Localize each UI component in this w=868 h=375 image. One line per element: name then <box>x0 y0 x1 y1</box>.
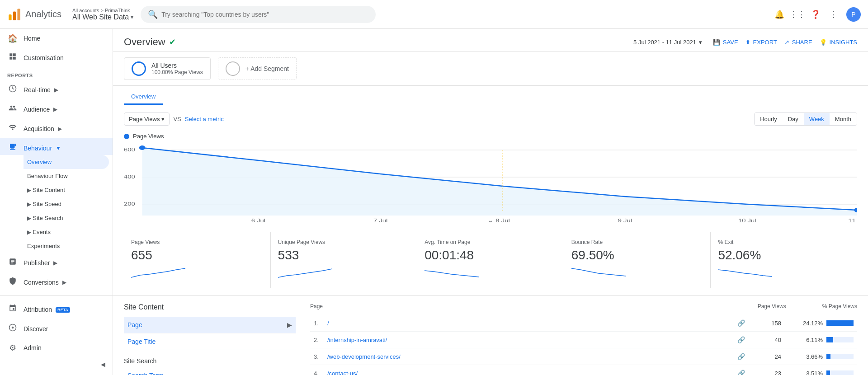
time-btn-day[interactable]: Day <box>783 113 804 125</box>
home-icon: 🏠 <box>7 33 18 43</box>
sidebar-item-discover[interactable]: Discover <box>0 319 113 338</box>
svg-text:8 Jul: 8 Jul <box>495 218 509 224</box>
table-cell-page[interactable]: /web-development-services/ <box>324 348 734 365</box>
publisher-icon <box>7 258 18 268</box>
table-row: 2. /internship-in-amravati/ 🔗 40 6.11% <box>310 332 857 348</box>
account-name[interactable]: All Web Site Data ▾ <box>72 13 133 21</box>
sidebar-item-realtime[interactable]: Real-time ▶ <box>0 80 113 99</box>
sparkline-pageviews <box>131 266 185 280</box>
behaviour-expand-icon: ▼ <box>56 145 61 151</box>
table-cell-num: 1. <box>310 315 324 332</box>
sidebar-subitem-experiments[interactable]: Experiments <box>24 239 113 253</box>
bar-bg <box>826 354 854 359</box>
sidebar-divider <box>0 295 113 296</box>
share-button[interactable]: ↗ SHARE <box>784 39 812 46</box>
segment-add-btn[interactable]: + Add Segment <box>218 57 297 80</box>
tabs-bar: Overview <box>113 86 868 105</box>
table-cell-page[interactable]: /contact-us/ <box>324 365 734 375</box>
table-row: 4. /contact-us/ 🔗 23 3.51% <box>310 365 857 375</box>
bar-bg <box>826 337 854 342</box>
table-cell-views: 158 <box>749 315 785 332</box>
action-buttons: 💾 SAVE ⬆ EXPORT ↗ SHARE 💡 INSIGHTS <box>713 39 857 46</box>
tab-overview[interactable]: Overview <box>124 89 163 105</box>
svg-text:600: 600 <box>124 147 135 153</box>
verified-check-icon: ✔ <box>169 37 176 47</box>
table-col-page: Page <box>310 303 323 309</box>
sidebar-item-admin[interactable]: ⚙ Admin <box>0 338 113 357</box>
time-buttons: Hourly Day Week Month <box>754 112 857 126</box>
save-button[interactable]: 💾 SAVE <box>713 39 738 46</box>
table-cell-page[interactable]: / <box>324 315 734 332</box>
chart-svg-container: 600 400 200 6 Jul <box>124 143 857 225</box>
table-cell-page[interactable]: /internship-in-amravati/ <box>324 332 734 348</box>
time-btn-week[interactable]: Week <box>804 113 830 125</box>
insights-button[interactable]: 💡 INSIGHTS <box>820 39 857 46</box>
select-metric-btn[interactable]: Select a metric <box>185 116 224 122</box>
svg-text:200: 200 <box>124 201 135 207</box>
segments: All Users 100.00% Page Views + Add Segme… <box>124 57 297 80</box>
attribution-label: Attribution BETA <box>24 306 70 313</box>
table-cell-link-icon[interactable]: 🔗 <box>734 315 749 332</box>
content-area: Overview ✔ 5 Jul 2021 - 11 Jul 2021 ▾ 💾 … <box>113 29 868 375</box>
export-button[interactable]: ⬆ EXPORT <box>745 39 777 46</box>
svg-text:11 Jul: 11 Jul <box>848 218 857 224</box>
date-range[interactable]: 5 Jul 2021 - 11 Jul 2021 ▾ <box>633 39 702 46</box>
more-icon[interactable]: ⋮ <box>828 9 839 20</box>
metrics-row: Page Views 655 Unique Page Views 533 Avg… <box>113 232 868 296</box>
svg-text:6 Jul: 6 Jul <box>251 218 265 224</box>
table-cell-views: 24 <box>749 348 785 365</box>
sidebar-item-conversions[interactable]: Conversions ▶ <box>0 272 113 292</box>
overview-header-right: 5 Jul 2021 - 11 Jul 2021 ▾ 💾 SAVE ⬆ EXPO… <box>633 39 857 46</box>
sidebar-item-customisation[interactable]: Customisation <box>0 48 113 67</box>
sparkline-avg-time <box>425 266 479 280</box>
sidebar-subitem-events[interactable]: ▶ Events <box>24 225 113 239</box>
admin-icon: ⚙ <box>7 343 18 353</box>
sidebar-subitem-overview[interactable]: Overview <box>24 155 109 169</box>
notifications-icon[interactable]: 🔔 <box>774 9 785 20</box>
logo-text: Analytics <box>25 9 61 19</box>
table-cell-link-icon[interactable]: 🔗 <box>734 365 749 375</box>
site-content-table: Page Page Views % Page Views 1. / 🔗 158 … <box>310 303 857 375</box>
sidebar-item-acquisition[interactable]: Acquisition ▶ <box>0 119 113 138</box>
apps-icon[interactable]: ⋮⋮ <box>792 9 803 20</box>
search-input[interactable] <box>161 11 368 18</box>
sidebar-item-home[interactable]: 🏠 Home <box>0 29 113 48</box>
sidebar-item-publisher[interactable]: Publisher ▶ <box>0 253 113 272</box>
discover-icon <box>7 323 18 334</box>
svg-rect-1 <box>13 11 16 20</box>
sidebar-item-behaviour[interactable]: Behaviour ▼ <box>0 138 113 155</box>
time-btn-month[interactable]: Month <box>830 113 857 125</box>
site-content-nav: Site Content Page ▶ Page Title Site Sear… <box>124 303 296 375</box>
sidebar-subitem-behaviour-flow[interactable]: Behaviour Flow <box>24 169 113 183</box>
sidebar-collapse-btn[interactable]: ◀ <box>0 357 113 371</box>
help-icon[interactable]: ❓ <box>810 9 821 20</box>
sidebar-item-attribution[interactable]: Attribution BETA <box>0 300 113 319</box>
time-btn-hourly[interactable]: Hourly <box>755 113 783 125</box>
nav-item-search-term[interactable]: Search Term <box>124 368 296 375</box>
bar-bg <box>826 320 854 326</box>
chart-legend: Page Views <box>124 133 857 140</box>
table-col-pct-pageviews: % Page Views <box>822 303 857 309</box>
table-cell-link-icon[interactable]: 🔗 <box>734 332 749 348</box>
sidebar-subitem-site-content[interactable]: ▶ Site Content <box>24 183 113 197</box>
acquisition-icon <box>7 123 18 134</box>
sidebar-item-audience[interactable]: Audience ▶ <box>0 99 113 119</box>
nav-item-page-title[interactable]: Page Title <box>124 333 296 350</box>
bar-bg <box>826 370 854 375</box>
table-cell-link-icon[interactable]: 🔗 <box>734 348 749 365</box>
metric-dropdown[interactable]: Page Views ▾ <box>124 112 170 126</box>
bar-fill <box>826 337 833 342</box>
topbar: Analytics All accounts > PrimaThink All … <box>0 0 868 29</box>
segment-all-users[interactable]: All Users 100.00% Page Views <box>124 57 211 80</box>
table-cell-pct: 3.51% <box>785 365 857 375</box>
metric-card-avg-time: Avg. Time on Page 00:01:48 <box>417 232 564 288</box>
metric-card-bounce-rate: Bounce Rate 69.50% <box>564 232 711 288</box>
sidebar-subitem-site-speed[interactable]: ▶ Site Speed <box>24 197 113 211</box>
bottom-section: Site Content Page ▶ Page Title Site Sear… <box>113 296 868 375</box>
nav-item-page[interactable]: Page ▶ <box>124 317 296 333</box>
search-bar[interactable]: 🔍 <box>141 6 376 23</box>
avatar[interactable]: P <box>846 7 861 22</box>
date-dropdown-icon: ▾ <box>699 39 702 46</box>
sidebar-subitem-site-search[interactable]: ▶ Site Search <box>24 211 113 225</box>
conversions-expand-icon: ▶ <box>62 279 66 286</box>
